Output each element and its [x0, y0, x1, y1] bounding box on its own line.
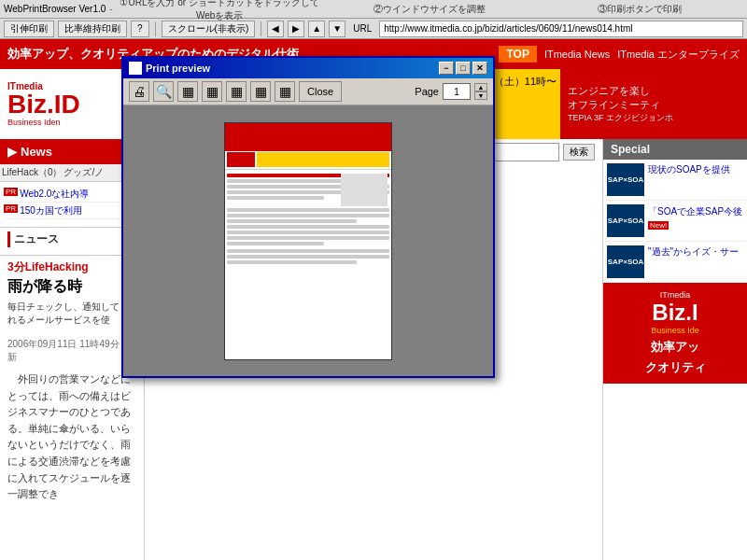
preview-line-13: [227, 249, 389, 253]
sidebar-tab-lifehack[interactable]: LifeHack（0）: [2, 166, 62, 179]
sidebar-item-text-2: 150カ国で利用: [20, 204, 82, 217]
special-item-3[interactable]: SAP×SOA "過去"からイズ・サー: [603, 242, 747, 283]
pr-badge-2: PR: [4, 204, 18, 213]
news-label: News: [21, 145, 52, 159]
page-control: Page ▲ ▼: [415, 83, 487, 100]
nav-up-button[interactable]: ▲: [308, 21, 325, 37]
nav-left-button[interactable]: ◀: [267, 21, 284, 37]
lifehack-subtitle: 雨が降る時: [7, 277, 136, 297]
toolbar: 引伸印刷 比率維持印刷 ? スクロール(非表示) ◀ ▶ ▲ ▼ URL: [0, 19, 747, 39]
preview-header: [225, 123, 391, 151]
new-badge-2: New!: [648, 221, 669, 230]
page-down-button[interactable]: ▼: [474, 91, 487, 100]
search-button[interactable]: 検索: [563, 144, 595, 161]
bottom-brand-area: ITmedia Biz.I Business Ide 効率アッ クオリティ: [603, 283, 747, 384]
preview-image: [341, 174, 388, 206]
preview-body: [225, 170, 391, 268]
page-spinner: ▲ ▼: [474, 83, 487, 100]
special-img-text-1: SAP×SOA: [608, 175, 643, 184]
nav-link-2: ITmedia エンタープライズ: [617, 48, 740, 62]
lifehack-desc: 毎日チェックし、通知してくれるメールサービスを使: [7, 301, 136, 327]
preview-line-15: [227, 260, 357, 264]
grid5-button[interactable]: ▦: [275, 81, 295, 102]
preview-line-10: [227, 231, 389, 234]
pr-badge-1: PR: [4, 188, 18, 196]
preview-logo-red: [227, 152, 255, 167]
preview-line-9: [227, 225, 389, 229]
dialog-titlebar: Print preview − □ ✕: [123, 58, 493, 78]
special-img-text-3: SAP×SOA: [608, 258, 643, 266]
window-buttons: − □ ✕: [439, 62, 487, 75]
sidebar-item-1[interactable]: PR Web2.0な社内導: [4, 186, 140, 203]
special-img-2: SAP×SOA: [607, 204, 644, 237]
url-input[interactable]: [379, 21, 743, 37]
nav-link-1: ITmedia News: [544, 49, 610, 60]
top-button[interactable]: TOP: [499, 46, 536, 63]
special-item-2[interactable]: SAP×SOA 「SOAで企業SAP今後 New!: [603, 201, 747, 242]
special-img-1: SAP×SOA: [607, 163, 644, 196]
top-bar: WebPrintBrowser Ver1.0 - ①URLを入力 or ショート…: [0, 0, 747, 19]
page-number-input[interactable]: [443, 83, 471, 100]
zoom-icon-button[interactable]: 🔍: [153, 81, 174, 102]
page-up-button[interactable]: ▲: [474, 83, 487, 91]
close-text-button[interactable]: Close: [299, 81, 342, 102]
preview-logo: [225, 151, 391, 170]
dialog-title: Print preview: [129, 62, 210, 75]
lifehack-title: 3分LifeHacking: [7, 259, 136, 275]
header-right-line2: オフラインミーティ: [568, 98, 740, 112]
grid2-button[interactable]: ▦: [202, 81, 222, 102]
bottom-it-label: ITmedia: [611, 290, 740, 300]
dialog-toolbar: 🖨 🔍 ▦ ▦ ▦ ▦ ▦ Close Page ▲ ▼: [123, 78, 493, 105]
minimize-button[interactable]: −: [439, 62, 454, 75]
divider: -: [109, 4, 112, 14]
preview-logo-yellow: [257, 152, 389, 167]
preview-line-5: [227, 196, 324, 200]
maximize-button[interactable]: □: [456, 62, 471, 75]
url-info3: ③印刷ボタンで印刷: [537, 3, 743, 16]
special-text-new-2: 「SOAで企業SAP今後 New!: [648, 204, 743, 231]
bottom-biz-sub: Business Ide: [611, 326, 740, 335]
nav-right-button[interactable]: ▶: [288, 21, 304, 37]
preview-line-7: [227, 214, 389, 217]
toolbar-separator2: [261, 21, 261, 36]
news-arrow-icon: ▶: [7, 145, 17, 159]
print-preview-dialog: Print preview − □ ✕ 🖨 🔍 ▦ ▦ ▦ ▦ ▦ Close …: [121, 56, 495, 378]
preview-line-12: [227, 242, 324, 245]
url-label: URL: [353, 23, 372, 34]
sidebar-item-2[interactable]: PR 150カ国で利用: [4, 203, 140, 219]
dialog-close-button[interactable]: ✕: [472, 62, 487, 75]
help-button[interactable]: ?: [131, 21, 149, 37]
preview-line-11: [227, 236, 389, 240]
grid3-button[interactable]: ▦: [226, 81, 247, 102]
page-preview-area: [224, 122, 392, 360]
special-img-text-2: SAP×SOA: [608, 217, 643, 225]
url-info2: ②ウインドウサイズを調整: [327, 3, 533, 16]
special-img-3: SAP×SOA: [607, 245, 644, 278]
grid1-button[interactable]: ▦: [177, 81, 198, 102]
ratio-print-button[interactable]: 比率維持印刷: [58, 21, 127, 37]
preview-line-8: [227, 219, 357, 223]
special-text-1: 現状のSOAPを提供: [648, 163, 730, 175]
dialog-title-icon: [129, 62, 142, 75]
preview-line-2: [227, 179, 357, 183]
header-venue: TEPIA 3F エクジビジョンホ: [568, 112, 740, 124]
dialog-preview-content: [123, 105, 493, 376]
print-button[interactable]: 引伸印刷: [4, 21, 54, 37]
header-right: エンジニアを楽し オフラインミーティ TEPIA 3F エクジビジョンホ: [560, 69, 747, 139]
bottom-eff-label2: クオリティ: [611, 359, 740, 376]
bottom-eff-label: 効率アッ: [611, 339, 740, 356]
news-section-title: ニュース: [7, 231, 136, 247]
header-right-line1: エンジニアを楽し: [568, 84, 740, 98]
sidebar-tab-goods[interactable]: グッズ/ノ: [63, 166, 104, 179]
print-icon-button[interactable]: 🖨: [129, 81, 149, 102]
nav-down-button[interactable]: ▼: [329, 21, 345, 37]
right-sidebar: Special SAP×SOA 現状のSOAPを提供 SAP×SOA 「SOAで…: [602, 139, 747, 560]
toolbar-separator: [155, 21, 156, 36]
scroll-button[interactable]: スクロール(非表示): [162, 21, 256, 37]
app-title: WebPrintBrowser Ver1.0: [4, 4, 106, 14]
special-item-1[interactable]: SAP×SOA 現状のSOAPを提供: [603, 160, 747, 201]
sidebar-item-text-1: Web2.0な社内導: [20, 188, 89, 200]
url-info1: ①URLを入力 or ショートカットをドラッグしてWebを表示: [117, 0, 323, 22]
grid4-button[interactable]: ▦: [250, 81, 271, 102]
special-text-2: 「SOAで企業SAP今後: [648, 206, 742, 217]
